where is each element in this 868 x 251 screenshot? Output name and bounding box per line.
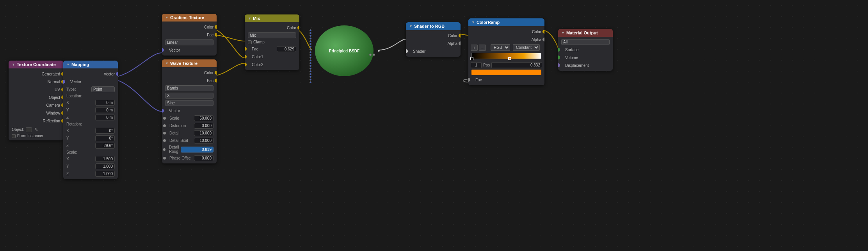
mapping-scale-z-row[interactable]: Z 1.000 (63, 170, 118, 177)
wave-detail-roug-value[interactable]: 0.819 (181, 147, 213, 152)
shader-rgb-shader-in-socket[interactable] (406, 49, 408, 53)
principled-socket-15[interactable] (309, 68, 311, 70)
wave-type1-select[interactable]: Bands (165, 85, 213, 91)
principled-socket-19[interactable] (309, 79, 311, 81)
mix-fac-value[interactable]: 0.629 (277, 46, 296, 52)
gradient-collapse-icon[interactable]: ▼ (165, 16, 169, 20)
tc-object-color[interactable] (26, 127, 32, 132)
shader-rgb-alpha-out-socket[interactable] (459, 41, 461, 45)
wave-phase-socket[interactable] (163, 157, 166, 160)
mix-color2-in-socket[interactable] (245, 63, 247, 66)
wave-type1-row[interactable]: Bands (162, 84, 217, 92)
wave-distortion-value[interactable]: 0.000 (194, 123, 213, 129)
colorramp-collapse-icon[interactable]: ▼ (471, 20, 475, 24)
principled-socket-14[interactable] (309, 65, 311, 67)
gradient-texture-header[interactable]: ▼ Gradient Texture (162, 14, 217, 22)
material-output-surface-socket[interactable] (558, 48, 560, 52)
mapping-rot-x-value[interactable]: 0° (95, 128, 115, 134)
wave-phase-value[interactable]: 0.000 (194, 155, 213, 161)
colorramp-color-out-socket[interactable] (542, 30, 544, 34)
mix-color-out-socket[interactable] (297, 26, 299, 30)
shader-rgb-color-out-socket[interactable] (459, 34, 461, 38)
gradient-fac-socket[interactable] (215, 33, 217, 37)
tc-pencil-icon[interactable]: ✎ (34, 127, 38, 132)
material-output-target-row[interactable]: All (558, 38, 613, 46)
wave-type2-select[interactable]: X (165, 93, 213, 99)
material-output-collapse-icon[interactable]: ▼ (561, 31, 565, 35)
wave-detail-scal-socket[interactable] (163, 139, 166, 142)
mapping-loc-y-row[interactable]: Y 0 m (63, 106, 118, 114)
wave-detail-roug-row[interactable]: Detail Roug 0.819 (162, 144, 217, 154)
mix-blend-select[interactable]: Mix (248, 32, 296, 38)
wave-fac-socket[interactable] (215, 79, 217, 82)
texture-coordinate-header[interactable]: ▼ Texture Coordinate (9, 61, 63, 68)
gradient-color-socket[interactable] (215, 25, 217, 29)
colorramp-pos-value[interactable]: 0.832 (491, 62, 542, 68)
principled-socket-12[interactable] (309, 59, 311, 61)
principled-socket-2[interactable] (309, 32, 311, 34)
colorramp-alpha-out-socket[interactable] (542, 38, 544, 41)
mapping-header[interactable]: ▼ Mapping (63, 61, 118, 68)
mapping-rot-y-row[interactable]: Y 0° (63, 134, 118, 142)
mapping-loc-x-row[interactable]: X 0 m (63, 99, 118, 106)
wave-texture-header[interactable]: ▼ Wave Texture (162, 59, 217, 67)
wave-type3-select[interactable]: Sine (165, 100, 213, 106)
wave-detail-value[interactable]: 10.000 (194, 130, 213, 136)
principled-socket-18[interactable] (309, 76, 311, 78)
mix-fac-in-socket[interactable] (245, 47, 247, 51)
mapping-rot-x-row[interactable]: X 0° (63, 127, 118, 134)
principled-socket-16[interactable] (309, 70, 311, 72)
mapping-loc-y-value[interactable]: 0 m (95, 107, 115, 113)
principled-socket-10[interactable] (309, 54, 311, 56)
wave-scale-socket[interactable] (163, 117, 166, 120)
mix-color1-in-socket[interactable] (245, 55, 247, 59)
mapping-scale-y-value[interactable]: 1.000 (95, 163, 115, 169)
principled-socket-11[interactable] (309, 57, 311, 59)
mapping-scale-x-row[interactable]: X 1.500 (63, 155, 118, 163)
colorramp-colormode-select[interactable]: RGB (491, 44, 510, 51)
mapping-loc-x-value[interactable]: 0 m (95, 100, 115, 106)
colorramp-pos-index[interactable]: 1 (471, 62, 482, 68)
mix-header[interactable]: ▼ Mix (245, 14, 299, 22)
principled-socket-4[interactable] (309, 38, 311, 39)
principled-socket-17[interactable] (309, 73, 311, 75)
wave-vector-in-socket[interactable] (162, 109, 164, 113)
principled-socket-7[interactable] (309, 46, 311, 48)
collapse-icon[interactable]: ▼ (12, 63, 15, 66)
mapping-vector-out-socket[interactable] (116, 72, 118, 76)
wave-color-socket[interactable] (215, 71, 217, 75)
colorramp-fac-in-socket[interactable] (468, 78, 470, 82)
colorramp-header[interactable]: ▼ ColorRamp (468, 18, 544, 26)
wave-detail-scal-value[interactable]: 10.000 (194, 138, 213, 143)
mix-blend-row[interactable]: Mix (245, 32, 299, 39)
material-output-displacement-socket[interactable] (558, 63, 560, 67)
tc-from-instancer-checkbox[interactable] (12, 134, 16, 138)
colorramp-interp-select[interactable]: Constant (513, 44, 540, 51)
mapping-scale-y-row[interactable]: Y 1.000 (63, 163, 118, 170)
mapping-loc-z-value[interactable]: 0 m (95, 115, 115, 120)
wave-detail-row[interactable]: Detail 10.000 (162, 129, 217, 137)
principled-socket-6[interactable] (309, 43, 311, 45)
principled-socket-13[interactable] (309, 62, 311, 64)
mapping-rot-y-value[interactable]: 0° (95, 135, 115, 141)
material-output-header[interactable]: ▼ Material Output (558, 29, 613, 37)
wave-detail-roug-socket[interactable] (163, 148, 165, 151)
principled-socket-8[interactable] (309, 48, 311, 50)
mapping-scale-x-value[interactable]: 1.500 (95, 156, 115, 162)
wave-type3-row[interactable]: Sine (162, 99, 217, 107)
mapping-rot-z-row[interactable]: Z -29.6° (63, 142, 118, 149)
principled-socket-5[interactable] (309, 40, 311, 42)
wave-phase-row[interactable]: Phase Offse 0.000 (162, 154, 217, 162)
wave-distortion-row[interactable]: Distortion 0.000 (162, 122, 217, 129)
mapping-scale-z-value[interactable]: 1.000 (95, 171, 115, 177)
mapping-loc-z-row[interactable]: Z 0 m (63, 114, 118, 121)
principled-socket-3[interactable] (309, 35, 311, 37)
gradient-vector-in-socket[interactable] (162, 48, 164, 52)
mix-collapse-icon[interactable]: ▼ (248, 16, 251, 20)
principled-socket-20[interactable] (309, 81, 311, 83)
shader-rgb-collapse-icon[interactable]: ▼ (409, 24, 413, 28)
colorramp-add-btn[interactable]: + (471, 45, 478, 51)
principled-socket-9[interactable] (309, 51, 311, 53)
colorramp-stop-0[interactable] (470, 57, 473, 60)
colorramp-gradient-bar[interactable] (471, 53, 541, 59)
